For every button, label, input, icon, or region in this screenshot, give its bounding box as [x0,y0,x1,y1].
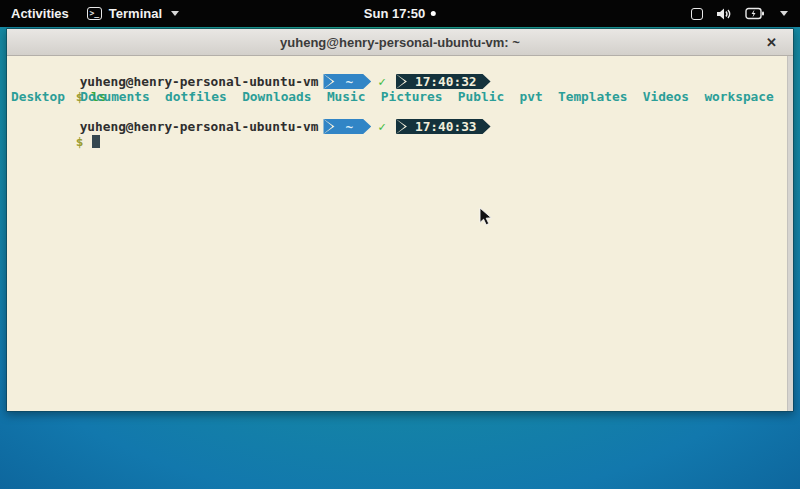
status-check-icon: ✓ [378,119,386,134]
clock-button[interactable]: Sun 17:50 [364,6,436,21]
terminal-content[interactable]: yuheng@henry-personal-ubuntu-vm~✓17:40:3… [7,56,793,411]
text-cursor [92,135,100,148]
prompt-time-segment: 17:40:33 [396,119,491,134]
terminal-scrollbar[interactable] [787,56,793,411]
clock-label: Sun 17:50 [364,6,425,21]
app-menu-terminal[interactable]: >_ Terminal [87,6,179,21]
activities-button[interactable]: Activities [11,6,69,21]
screen-icon [691,8,703,20]
prompt-line: yuheng@henry-personal-ubuntu-vm~✓17:40:3… [10,59,783,74]
status-check-icon: ✓ [378,74,386,89]
chevron-down-icon [171,11,179,16]
window-titlebar[interactable]: yuheng@henry-personal-ubuntu-vm: ~ ✕ [7,29,793,56]
desktop: Activities >_ Terminal Sun 17:50 [0,0,800,489]
prompt-time-segment: 17:40:32 [396,74,491,89]
window-title: yuheng@henry-personal-ubuntu-vm: ~ [280,35,520,50]
gnome-top-bar: Activities >_ Terminal Sun 17:50 [0,0,800,27]
system-status-area[interactable] [691,7,788,21]
prompt-user-host: yuheng@henry-personal-ubuntu-vm [72,119,319,134]
chevron-down-icon [780,11,788,16]
ls-output: Desktop Documents dotfiles Downloads Mus… [10,89,783,104]
terminal-icon: >_ [87,7,102,20]
prompt-dollar: $ [72,134,84,149]
prompt-user-host: yuheng@henry-personal-ubuntu-vm [72,74,319,89]
app-menu-label: Terminal [109,6,162,21]
close-button[interactable]: ✕ [766,36,777,49]
mouse-pointer-icon [479,207,493,226]
volume-icon [716,7,732,21]
battery-charging-icon [745,7,765,20]
terminal-window: yuheng@henry-personal-ubuntu-vm: ~ ✕ yuh… [6,28,794,412]
notification-dot-icon [431,11,436,16]
prompt-line: yuheng@henry-personal-ubuntu-vm~✓17:40:3… [10,104,783,119]
